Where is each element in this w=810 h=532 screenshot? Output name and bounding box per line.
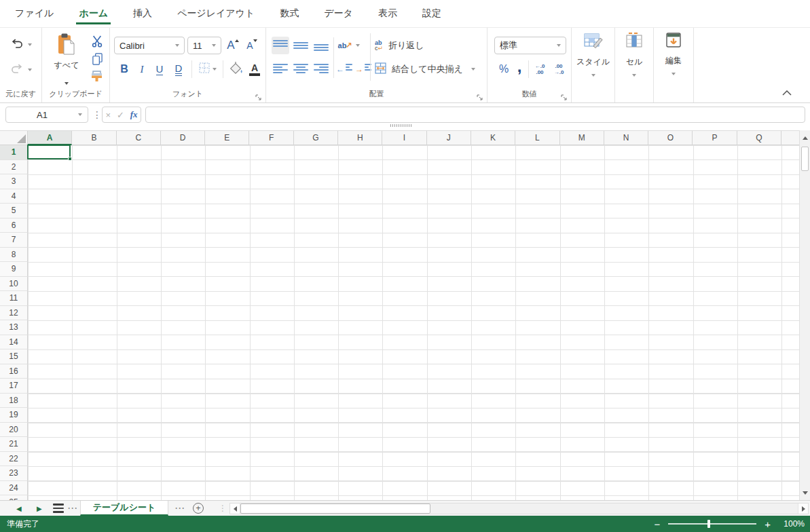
align-right-button[interactable] [312,60,330,78]
cancel-button[interactable]: × [105,110,111,120]
vertical-scrollbar-thumb[interactable] [801,147,809,171]
scroll-right-button[interactable] [798,504,808,514]
zoom-in-button[interactable]: + [762,518,773,530]
alignment-dialog-launcher-icon[interactable] [477,92,483,98]
column-header-K[interactable]: K [471,131,515,145]
redo-dropdown-arrow[interactable] [28,69,32,71]
number-format-select[interactable]: 標準 [494,37,566,54]
row-header-6[interactable]: 6 [0,218,28,233]
scroll-down-button[interactable] [800,487,810,499]
row-header-24[interactable]: 24 [0,481,28,496]
menu-tab-formulas[interactable]: 数式 [278,1,300,26]
align-center-button[interactable] [292,60,310,78]
name-box-dropdown-arrow[interactable] [78,113,82,116]
fill-handle[interactable] [68,157,72,161]
merge-center-dropdown-arrow[interactable] [471,68,475,71]
percent-style-button[interactable]: % [496,60,512,78]
paste-button[interactable]: すべて [52,33,81,88]
zoom-slider[interactable] [668,523,756,525]
wrap-text-button[interactable]: ab ​c↵ 折り返し [373,37,426,54]
row-header-2[interactable]: 2 [0,160,28,175]
row-header-17[interactable]: 17 [0,379,28,394]
prev-sheet-button[interactable]: ◀ [16,501,22,516]
increase-decimal-button[interactable]: ←.0 .00 [531,60,549,78]
formula-bar-resize-handle[interactable] [390,124,412,127]
menu-tab-view[interactable]: 表示 [377,1,399,26]
align-top-button[interactable] [272,37,289,54]
more-sheets-right-button[interactable]: ··· [175,501,185,516]
column-header-P[interactable]: P [693,131,737,145]
column-header-Q[interactable]: Q [737,131,781,145]
format-painter-button[interactable] [90,71,105,84]
row-header-21[interactable]: 21 [0,437,28,452]
row-header-9[interactable]: 9 [0,262,28,277]
undo-dropdown-arrow[interactable] [28,43,32,46]
column-header-E[interactable]: E [205,131,249,145]
column-header-B[interactable]: B [72,131,116,145]
menu-tab-file[interactable]: ファイル [14,1,55,26]
row-header-20[interactable]: 20 [0,423,28,438]
font-size-select[interactable]: 11 [187,37,221,54]
column-header-G[interactable]: G [294,131,338,145]
row-header-13[interactable]: 13 [0,320,28,335]
zoom-out-button[interactable]: − [651,518,663,530]
column-header-A[interactable]: A [28,131,72,145]
menu-tab-settings[interactable]: 設定 [421,1,443,26]
row-header-25[interactable]: 25 [0,495,28,500]
align-middle-button[interactable] [292,37,310,54]
row-header-10[interactable]: 10 [0,277,28,292]
row-header-18[interactable]: 18 [0,394,28,408]
vertical-scrollbar[interactable] [799,130,810,500]
column-header-D[interactable]: D [161,131,205,145]
column-header-L[interactable]: L [515,131,559,145]
column-header-O[interactable]: O [648,131,693,145]
merge-center-button[interactable]: 結合して中央揃え [373,60,477,78]
column-header-H[interactable]: H [338,131,382,145]
insert-function-button[interactable]: fx [130,109,138,120]
column-header-M[interactable]: M [560,131,604,145]
orientation-dropdown[interactable] [353,41,363,50]
row-header-5[interactable]: 5 [0,204,28,218]
menu-tab-insert[interactable]: 挿入 [132,1,153,26]
row-header-7[interactable]: 7 [0,233,28,248]
row-header-11[interactable]: 11 [0,291,28,306]
font-color-button[interactable]: A [246,60,263,78]
menu-tab-home[interactable]: ホーム [77,1,109,26]
shrink-font-button[interactable]: A [243,37,261,54]
copy-button[interactable] [90,54,105,67]
name-box[interactable]: A1 [5,107,88,123]
styles-button[interactable]: スタイル [572,32,614,77]
decrease-indent-button[interactable]: ← [335,60,353,78]
undo-button[interactable] [7,37,35,53]
cells-button[interactable]: セル [615,32,653,77]
align-left-button[interactable] [272,60,289,78]
row-header-15[interactable]: 15 [0,349,28,364]
formula-input[interactable] [145,107,805,123]
bold-button[interactable]: B [115,60,133,78]
sheet-list-button[interactable] [52,501,65,516]
row-header-12[interactable]: 12 [0,306,28,321]
cut-button[interactable] [90,36,105,50]
row-header-14[interactable]: 14 [0,335,28,350]
column-header-J[interactable]: J [427,131,471,145]
scroll-left-button[interactable] [230,504,240,514]
sheet-tab-active[interactable]: テーブルシート [80,501,168,516]
row-header-22[interactable]: 22 [0,452,28,467]
underline-button[interactable]: U [151,60,168,78]
scroll-up-button[interactable] [800,132,810,144]
horizontal-scrollbar[interactable] [229,503,809,514]
grow-font-button[interactable]: A [224,37,242,54]
zoom-slider-thumb[interactable] [707,520,710,528]
row-header-3[interactable]: 3 [0,174,28,189]
font-name-select[interactable]: Calibri [114,37,185,54]
align-bottom-button[interactable] [312,37,330,54]
next-sheet-button[interactable]: ▶ [37,501,42,516]
borders-button[interactable] [196,60,220,78]
fill-color-button[interactable] [227,60,244,78]
column-header-F[interactable]: F [249,131,293,145]
row-header-19[interactable]: 19 [0,408,28,423]
column-header-I[interactable]: I [382,131,426,145]
redo-button[interactable] [7,62,35,78]
row-header-8[interactable]: 8 [0,248,28,263]
italic-button[interactable]: I [134,60,149,78]
